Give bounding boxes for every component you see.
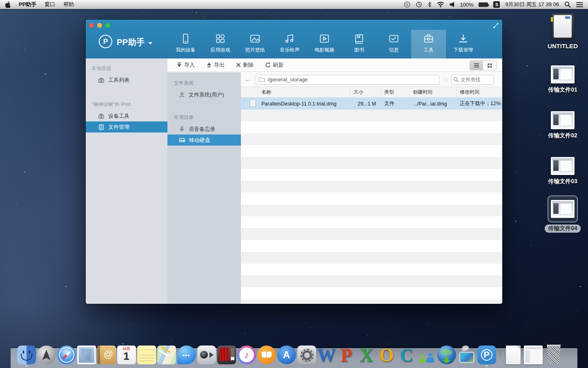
dock-icon-word[interactable]: W <box>316 342 336 364</box>
excel-icon: X <box>357 346 376 364</box>
dock-icon-safari[interactable] <box>56 342 76 364</box>
nav-photos-wallpaper[interactable]: 照片壁纸 <box>238 30 272 58</box>
item-file-system-user[interactable]: 文件系统(用户) <box>167 89 241 100</box>
expand-icon[interactable] <box>493 22 499 30</box>
desktop-icon-transfer-04-selected[interactable]: 传输文件04 <box>544 195 581 233</box>
dock-icon-contacts[interactable]: @ <box>96 342 116 364</box>
spotlight-icon[interactable] <box>564 1 571 8</box>
apple-menu-icon[interactable] <box>5 1 11 8</box>
dock-icon-trash[interactable] <box>543 342 564 364</box>
sidebar-section-local: 本地资源 <box>86 58 167 74</box>
dock-icon-notes[interactable] <box>136 342 156 364</box>
screenshot-thumbnail <box>551 200 575 218</box>
path-field[interactable]: /general_storage <box>255 75 439 85</box>
nav-books[interactable]: 图书 <box>342 30 376 58</box>
outlook-icon: O <box>377 346 396 364</box>
dock-icon-remote-desktop[interactable] <box>457 342 477 364</box>
dock-icon-outlook[interactable]: O <box>376 342 396 364</box>
selection-highlight <box>548 195 578 222</box>
dock-icon-transfer-window[interactable] <box>523 342 543 364</box>
dock-icon-mail[interactable] <box>76 342 96 364</box>
back-button[interactable]: ← <box>241 75 255 84</box>
menu-help[interactable]: 帮助 <box>63 1 74 8</box>
favorite-star-icon[interactable]: ☆ <box>443 75 449 84</box>
column-created[interactable]: 创建时间 <box>410 87 457 97</box>
dock-icon-calendar[interactable]: 10月1 <box>116 342 136 364</box>
pp-assistant-icon: P <box>477 346 496 364</box>
nav-my-device[interactable]: 我的设备 <box>168 30 203 58</box>
current-path: /general_storage <box>268 76 308 83</box>
sidebar-item-tool-list[interactable]: 工具列表 <box>86 74 167 85</box>
item-voice-memos[interactable]: 语音备忘录 <box>167 123 241 135</box>
view-mode-toggle <box>470 61 497 70</box>
chevron-down-icon[interactable] <box>148 42 152 45</box>
desktop-icon-label: 传输文件02 <box>548 132 577 139</box>
dock: @ 10月1 A W P X O C P <box>16 342 564 364</box>
menubar-clock[interactable]: 9月30日 周五 17 39 06 <box>505 1 559 8</box>
minimize-button[interactable] <box>97 23 102 28</box>
dock-icon-photo-booth[interactable] <box>216 342 236 364</box>
desktop-icon-transfer-01[interactable]: 传输文件01 <box>544 65 581 94</box>
table-row-selected[interactable]: ParallelsDesktop-11.0.1-trial.dmg 29...1… <box>241 98 502 110</box>
bluetooth-icon[interactable] <box>428 1 432 8</box>
notification-center-icon[interactable] <box>576 2 583 7</box>
app-logo: P <box>99 35 112 48</box>
column-name[interactable]: 名称 <box>258 87 350 97</box>
sidebar-item-device-tools[interactable]: 设备工具 <box>86 110 167 121</box>
grid-view-button[interactable] <box>483 61 496 70</box>
item-label: 文件系统(用户) <box>189 91 224 99</box>
input-method-badge[interactable]: S <box>493 1 500 8</box>
nav-messages[interactable]: 信息 <box>376 30 411 58</box>
delete-button[interactable]: 删除 <box>236 61 254 69</box>
desktop-icon-transfer-02[interactable]: 传输文件02 <box>544 111 581 139</box>
close-button[interactable] <box>89 23 94 28</box>
desktop-icon-untitled[interactable]: UNTITLED <box>544 13 581 49</box>
dock-icon-downloader[interactable] <box>437 342 457 364</box>
nav-music-ringtones[interactable]: 音乐铃声 <box>272 30 307 58</box>
time-machine-icon[interactable] <box>416 1 422 8</box>
dock-icon-maps[interactable] <box>156 342 176 364</box>
nav-download-manager[interactable]: 下载管理 <box>446 30 481 58</box>
dock-icon-pp-assistant[interactable]: P <box>477 342 497 364</box>
list-view-button[interactable] <box>470 61 483 70</box>
dock-icon-document[interactable] <box>503 342 523 364</box>
dock-icon-app-store[interactable]: A <box>276 342 296 364</box>
nav-apps-games[interactable]: 应用游戏 <box>203 30 238 58</box>
dock-icon-system-preferences[interactable] <box>296 342 316 364</box>
dock-icon-communicator[interactable]: C <box>396 342 416 364</box>
menu-window[interactable]: 窗口 <box>45 1 55 8</box>
refresh-button[interactable]: 刷新 <box>265 61 283 69</box>
menubar-app-name[interactable]: PP助手 <box>19 1 36 8</box>
column-modified[interactable]: 修改时间 <box>457 87 502 97</box>
search-icon <box>453 77 459 82</box>
dock-icon-messenger[interactable] <box>416 342 437 364</box>
dock-icon-finder[interactable] <box>16 342 36 364</box>
dock-icon-launchpad[interactable] <box>36 342 56 364</box>
sidebar-item-label: 设备工具 <box>108 112 129 120</box>
dock-icon-facetime[interactable] <box>196 342 216 364</box>
sidebar-item-label: 文件管理 <box>108 123 129 131</box>
file-browser: ← /general_storage ☆ 名称 大小 类型 创建时间 修改时间 … <box>241 72 502 304</box>
dock-icon-powerpoint[interactable]: P <box>336 342 356 364</box>
column-size[interactable]: 大小 <box>350 87 381 97</box>
facetime-icon <box>197 346 216 364</box>
messenger-icon <box>417 346 436 364</box>
nav-tools-active[interactable]: 工具 <box>411 30 446 58</box>
item-external-drive[interactable]: 移动硬盘 <box>167 135 241 146</box>
volume-icon[interactable] <box>450 2 454 7</box>
dock-icon-itunes[interactable] <box>236 342 256 364</box>
nav-movies-video[interactable]: 电影视频 <box>307 30 342 58</box>
dock-icon-ibooks[interactable] <box>256 342 276 364</box>
sync-icon[interactable] <box>404 1 410 8</box>
wifi-icon[interactable] <box>437 2 444 7</box>
dock-icon-excel[interactable]: X <box>356 342 376 364</box>
import-button[interactable]: 导入 <box>176 61 195 69</box>
dock-icon-messages[interactable] <box>176 342 196 364</box>
sidebar-item-file-management[interactable]: 文件管理 <box>86 121 167 132</box>
desktop-icon-transfer-03[interactable]: 传输文件03 <box>544 157 581 185</box>
export-button[interactable]: 导出 <box>206 61 225 69</box>
battery-icon[interactable] <box>479 2 488 7</box>
zoom-button[interactable] <box>105 23 110 28</box>
cell-modified-time: 正在下载中：12% <box>457 100 502 107</box>
column-type[interactable]: 类型 <box>381 87 410 97</box>
